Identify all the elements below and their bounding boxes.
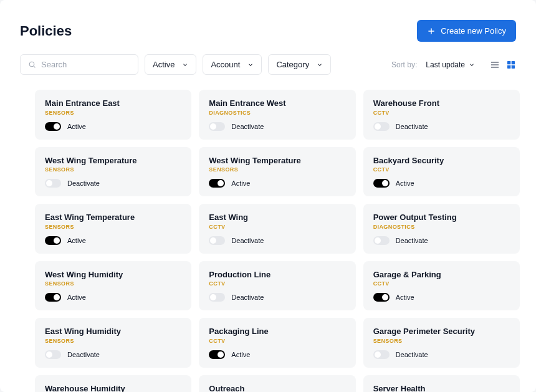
policy-card: East WingCCTVDeactivate	[199, 204, 355, 254]
policy-category: CCTV	[373, 166, 510, 173]
policy-title: Production Line	[209, 270, 345, 280]
chevron-down-icon	[317, 62, 323, 68]
policy-toggle[interactable]	[209, 350, 225, 359]
svg-rect-8	[512, 61, 515, 64]
policy-card: Warehouse HumiditySENSORSDeactivate	[35, 375, 191, 392]
policy-toggle[interactable]	[209, 122, 225, 131]
plus-icon	[427, 27, 436, 36]
policy-state-label: Deactivate	[396, 351, 428, 358]
policy-toggle[interactable]	[373, 350, 390, 359]
policy-title: Backyard Security	[373, 156, 510, 166]
policy-title: Garage & Parking	[373, 270, 510, 280]
policy-category: SENSORS	[45, 224, 181, 230]
policy-card: Production LineCCTVDeactivate	[199, 261, 355, 311]
filter-category-label: Category	[276, 60, 309, 69]
policy-toggle[interactable]	[373, 293, 390, 302]
policy-state-label: Deactivate	[67, 179, 100, 187]
policy-toggle[interactable]	[45, 179, 61, 188]
policy-card: Main Entrance WestDIAGNOSTICSDeactivate	[199, 90, 355, 140]
policy-card: Server HealthDIAGNOSTICSDeactivate	[363, 375, 520, 392]
policy-title: East Wing Temperature	[45, 213, 181, 222]
filter-account[interactable]: Account	[203, 54, 262, 75]
policy-state-label: Deactivate	[231, 237, 264, 244]
policy-state-label: Deactivate	[67, 351, 100, 358]
policy-category: CCTV	[209, 280, 345, 287]
policy-card: OutreachDIAGNOSTICSDeactivate	[199, 375, 355, 392]
policy-state-label: Deactivate	[396, 237, 428, 244]
policy-toggle[interactable]	[373, 122, 390, 131]
policy-state-label: Deactivate	[396, 123, 428, 130]
policy-title: East Wing Humidity	[45, 327, 181, 337]
policy-toggle[interactable]	[45, 236, 61, 245]
policy-category: DIAGNOSTICS	[373, 224, 510, 230]
policy-state-label: Active	[396, 179, 414, 187]
grid-view-icon[interactable]	[506, 60, 516, 70]
policy-card: Backyard SecurityCCTVActive	[363, 147, 520, 197]
search-input[interactable]: Search	[20, 54, 138, 75]
svg-rect-9	[507, 65, 510, 68]
sort-value-label: Last update	[426, 60, 465, 69]
policy-category: CCTV	[209, 224, 345, 230]
sort-by-label: Sort by:	[391, 60, 417, 69]
policy-title: East Wing	[209, 213, 345, 222]
chevron-down-icon	[247, 62, 254, 68]
policy-card: Main Entrance EastSENSORSActive	[35, 90, 191, 140]
policy-toggle[interactable]	[45, 293, 61, 302]
create-policy-label: Create new Policy	[441, 26, 506, 36]
policy-title: Server Health	[373, 384, 510, 392]
policy-category: SENSORS	[45, 166, 181, 173]
policy-toggle[interactable]	[373, 179, 390, 188]
policy-category: CCTV	[373, 110, 510, 116]
policy-toggle[interactable]	[373, 236, 390, 245]
svg-rect-7	[507, 61, 510, 64]
filter-account-label: Account	[211, 60, 240, 69]
policy-title: Main Entrance East	[45, 98, 181, 108]
svg-rect-10	[512, 65, 515, 68]
policy-title: Main Entrance West	[209, 98, 345, 108]
policy-state-label: Active	[231, 179, 250, 187]
policy-category: SENSORS	[45, 338, 181, 344]
filter-active[interactable]: Active	[145, 54, 196, 75]
policy-toggle[interactable]	[209, 293, 225, 302]
search-icon	[28, 60, 36, 69]
policy-state-label: Deactivate	[231, 294, 264, 301]
chevron-down-icon	[182, 62, 188, 68]
policy-card: Packaging LineCCTVActive	[199, 318, 355, 368]
policy-card: West Wing TemperatureSENSORSDeactivate	[35, 147, 191, 197]
policy-category: SENSORS	[45, 280, 181, 287]
policy-grid: Main Entrance EastSENSORSActiveMain Entr…	[35, 90, 520, 392]
chevron-down-icon	[469, 62, 475, 68]
policy-toggle[interactable]	[45, 350, 61, 359]
create-policy-button[interactable]: Create new Policy	[417, 20, 516, 42]
policy-title: West Wing Temperature	[45, 156, 181, 166]
policy-title: Power Output Testing	[373, 213, 510, 222]
policy-state-label: Active	[396, 294, 414, 301]
policy-title: Garage Perimeter Security	[373, 327, 510, 337]
policy-category: SENSORS	[373, 338, 510, 344]
policy-state-label: Deactivate	[231, 123, 264, 130]
svg-point-2	[29, 62, 34, 67]
policy-toggle[interactable]	[45, 122, 61, 131]
policy-category: CCTV	[373, 280, 510, 287]
svg-line-3	[34, 66, 35, 67]
policy-category: SENSORS	[209, 166, 345, 173]
policy-card: West Wing TemperatureSENSORSActive	[199, 147, 355, 197]
policy-title: West Wing Humidity	[45, 270, 181, 280]
policy-title: Warehouse Humidity	[45, 384, 181, 392]
policy-toggle[interactable]	[209, 236, 225, 245]
policy-category: SENSORS	[45, 110, 181, 116]
policy-card: East Wing TemperatureSENSORSActive	[35, 204, 191, 254]
policy-card: Power Output TestingDIAGNOSTICSDeactivat…	[363, 204, 520, 254]
policy-state-label: Active	[67, 237, 86, 244]
policy-state-label: Active	[67, 294, 86, 301]
policy-state-label: Active	[231, 351, 250, 358]
policy-title: West Wing Temperature	[209, 156, 345, 166]
policy-title: Warehouse Front	[373, 98, 510, 108]
policy-category: CCTV	[209, 338, 345, 344]
sort-select[interactable]: Last update	[426, 60, 475, 69]
filter-category[interactable]: Category	[268, 54, 331, 75]
filter-active-label: Active	[153, 60, 175, 69]
policy-card: Garage & ParkingCCTVActive	[363, 261, 520, 311]
policy-toggle[interactable]	[209, 179, 225, 188]
list-view-icon[interactable]	[490, 60, 500, 70]
